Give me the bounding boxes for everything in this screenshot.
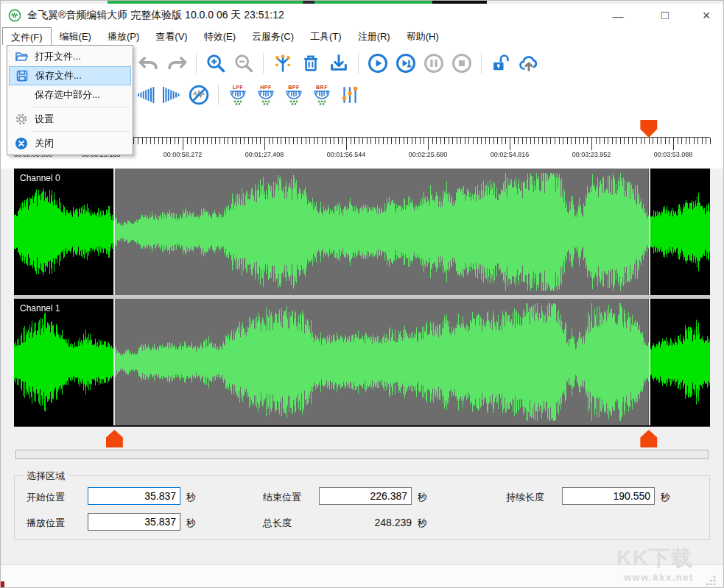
file-menu-item-label: 设置 [31,113,54,126]
duration-input[interactable] [562,487,655,505]
menu-separator [32,131,130,132]
pause-icon[interactable] [421,51,446,76]
channel-0-label: Channel 0 [20,173,60,183]
play-icon[interactable] [365,51,390,76]
toolbar-separator [196,53,197,74]
lpf-filter-icon[interactable]: LPF [225,81,250,109]
ruler-label: 00:03:23.952 [560,151,622,158]
ruler-label: 00:01:27.408 [233,151,295,158]
menubar-item-2[interactable]: 播放(P) [99,27,147,45]
save-icon [13,69,32,82]
menubar-item-8[interactable]: 帮助(H) [398,27,447,45]
denoise-icon[interactable] [186,82,211,107]
start-position-input[interactable] [88,487,180,505]
end-position-label: 结束位置 [263,491,301,504]
hpf-label: HPF [260,85,272,90]
title-bar: 金飞翼®音频编辑大师 完整体验版 10.0.0 06 天 23:51:12 — … [1,4,724,27]
file-menu-item-save-file[interactable]: 保存文件... [9,66,131,85]
total-length-label: 总长度 [263,517,292,530]
total-length-value: 248.239 [319,517,412,528]
start-position-label: 开始位置 [27,491,65,504]
menubar-item-1[interactable]: 编辑(E) [52,27,99,45]
gear-icon [12,113,31,126]
ruler-label: 00:02:25.680 [397,151,459,158]
menubar-item-7[interactable]: 注册(R) [350,27,398,45]
lock-icon[interactable] [488,51,513,76]
menubar-item-4[interactable]: 特效(E) [196,27,244,45]
end-unit-label: 秒 [418,491,427,504]
waveform-display[interactable]: Channel 0 Channel 1 [14,169,710,427]
play-selection-icon[interactable] [393,51,418,76]
undo-icon[interactable] [136,51,161,76]
file-menu-item-label: 打开文件... [31,50,81,63]
app-window: 金飞翼®音频编辑大师 完整体验版 10.0.0 06 天 23:51:12 — … [0,0,724,588]
maximize-button[interactable]: □ [649,5,681,26]
trash-icon[interactable] [298,51,323,76]
toolbar-separator [481,53,482,74]
menubar-item-6[interactable]: 工具(T) [302,27,350,45]
status-area [1,565,724,588]
cloud-upload-icon[interactable] [516,51,541,76]
ruler-label: 00:02:54.816 [479,151,541,158]
menu-separator [32,107,130,107]
file-menu-item-settings[interactable]: 设置 [9,110,131,129]
file-menu-item-open-file[interactable]: 打开文件... [9,47,131,66]
selection-end-handle[interactable] [639,430,658,447]
selection-start-handle[interactable] [105,430,124,447]
bpf-label: BPF [288,85,300,90]
toolbar-separator [218,85,219,105]
total-unit-label: 秒 [418,517,427,530]
brf-filter-icon[interactable]: BRF [309,81,334,109]
duration-unit-label: 秒 [661,491,670,504]
watermark-url: www.kkx.net [624,572,694,583]
split-mix-icon[interactable] [270,51,295,76]
file-dropdown-menu: 打开文件...保存文件...保存选中部分...设置关闭 [7,45,133,155]
sliders-icon[interactable] [337,82,362,107]
channel-1-label: Channel 1 [20,303,60,314]
waveform-channel-1[interactable] [14,299,710,425]
save-down-icon[interactable] [326,51,351,76]
folder-open-icon [12,50,31,63]
zoom-in-icon[interactable] [203,51,228,76]
fade-in-icon[interactable] [136,82,158,107]
toolbar-separator [263,53,264,74]
selection-groupbox-legend: 选择区域 [23,470,68,483]
menubar-item-0[interactable]: 文件(F) [2,27,52,45]
file-menu-item-close[interactable]: 关闭 [9,134,131,153]
file-menu-item-save-selection[interactable]: 保存选中部分... [9,85,131,105]
toolbar-separator [358,53,359,74]
play-position-label: 播放位置 [27,517,65,530]
duration-label: 持续长度 [506,491,544,504]
menu-bar: 文件(F)编辑(E)播放(P)查看(V)特效(E)云服务(C)工具(T)注册(R… [1,27,724,45]
menubar-item-3[interactable]: 查看(V) [147,27,195,45]
play-unit-label: 秒 [186,517,196,530]
ruler-label: 00:03:53.088 [642,151,704,158]
file-menu-item-label: 保存选中部分... [31,88,100,102]
end-position-input[interactable] [319,487,412,505]
corner-mark [1,581,4,588]
window-title: 金飞翼®音频编辑大师 完整体验版 10.0.0 06 天 23:51:12 [27,9,284,22]
watermark-title: KK下载 [616,544,693,573]
file-menu-item-label: 关闭 [31,137,54,150]
ruler-label: 00:00:58.272 [152,151,214,158]
bpf-filter-icon[interactable]: BPF [281,81,306,109]
play-position-input[interactable] [88,513,180,531]
redo-icon[interactable] [164,51,189,76]
minimize-button[interactable]: — [602,5,634,26]
stop-icon[interactable] [449,51,474,76]
lpf-label: LPF [233,85,244,90]
app-logo-icon [8,9,21,22]
close-button[interactable]: × [690,5,723,26]
brf-label: BRF [316,85,328,90]
menubar-item-5[interactable]: 云服务(C) [244,27,302,45]
waveform-channel-0[interactable] [14,169,710,295]
hpf-filter-icon[interactable]: HPF [253,81,278,109]
ruler-label: 00:01:56.544 [315,151,377,158]
fade-out-icon[interactable] [161,82,183,107]
file-menu-item-label: 保存文件... [32,69,82,82]
horizontal-scrollbar[interactable] [15,450,709,459]
resize-grip[interactable] [706,575,717,585]
zoom-out-icon[interactable] [231,51,256,76]
start-unit-label: 秒 [186,491,196,504]
close-circle-icon [12,137,31,150]
